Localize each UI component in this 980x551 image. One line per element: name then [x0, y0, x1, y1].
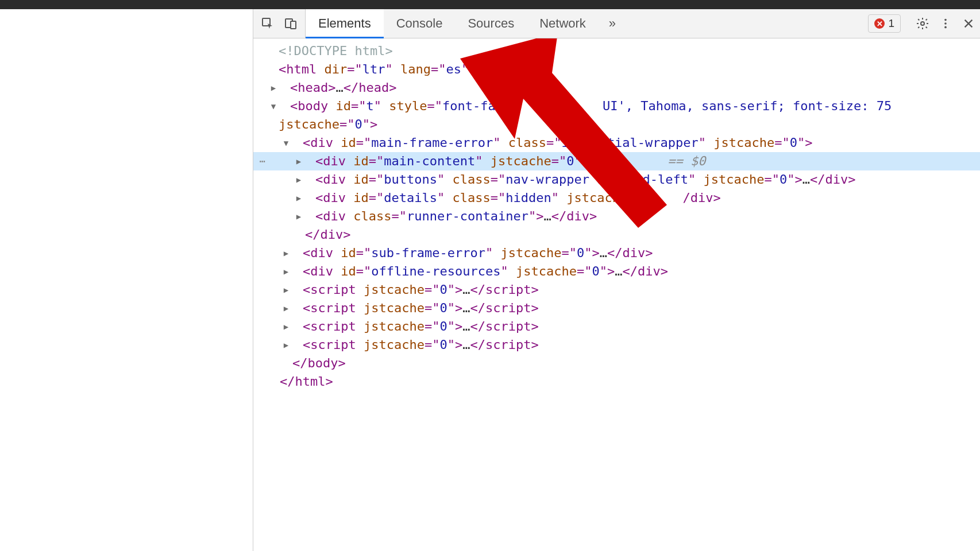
- settings-gear-icon[interactable]: [911, 12, 934, 35]
- inspect-element-icon[interactable]: [260, 16, 275, 31]
- svg-point-4: [944, 19, 947, 21]
- dom-row-sub-frame-error[interactable]: ▶ <div id="sub-frame-error" jstcache="0"…: [253, 244, 980, 262]
- dom-row-script[interactable]: ▶ <script jstcache="0">…</script>: [253, 317, 980, 336]
- devtools-panel: Elements Console Sources Network » ✕ 1: [253, 9, 980, 551]
- page-preview-pane: [0, 9, 253, 551]
- tab-label: Console: [396, 16, 443, 31]
- dom-row-main-content[interactable]: ⋯▶ <div id="main-content" jstcache="0">……: [253, 152, 980, 170]
- tab-network[interactable]: Network: [527, 9, 599, 38]
- dom-row-offline-resources[interactable]: ▶ <div id="offline-resources" jstcache="…: [253, 262, 980, 281]
- tab-sources[interactable]: Sources: [455, 9, 527, 38]
- error-icon: ✕: [874, 18, 885, 29]
- tab-elements[interactable]: Elements: [306, 9, 384, 38]
- dom-row-main-frame-error[interactable]: ▼ <div id="main-frame-error" class="inte…: [253, 134, 980, 152]
- tabs-overflow-icon[interactable]: »: [599, 9, 626, 38]
- dom-row-script[interactable]: ▶ <script jstcache="0">…</script>: [253, 281, 980, 299]
- svg-point-3: [921, 22, 924, 25]
- dom-row-script[interactable]: ▶ <script jstcache="0">…</script>: [253, 336, 980, 354]
- dom-row-buttons[interactable]: ▶ <div id="buttons" class="nav-wrapper s…: [253, 170, 980, 189]
- devtools-toolbar: Elements Console Sources Network » ✕ 1: [253, 9, 980, 38]
- error-count: 1: [888, 17, 894, 30]
- dom-row-html-close[interactable]: </html>: [253, 372, 980, 391]
- tab-label: Sources: [468, 16, 514, 31]
- dom-row-runner[interactable]: ▶ <div class="runner-container">…</div>: [253, 207, 980, 226]
- dom-row-details[interactable]: ▶ <div id="details" class="hidden" jstca…: [253, 189, 980, 207]
- tab-label: Network: [539, 16, 586, 31]
- dom-row-html[interactable]: <html dir="ltr" lang="es" clas: [253, 60, 980, 79]
- dom-row-doctype[interactable]: <!DOCTYPE html>: [253, 42, 980, 60]
- browser-chrome-strip: [0, 0, 980, 9]
- dom-row-body[interactable]: ▼ <body id="t" style="font-famil UI', Ta…: [253, 97, 980, 115]
- dom-row-div-close[interactable]: </div>: [253, 226, 980, 244]
- error-badge[interactable]: ✕ 1: [868, 14, 901, 33]
- svg-point-5: [944, 22, 947, 25]
- device-toggle-icon[interactable]: [283, 16, 298, 31]
- devtools-tabs: Elements Console Sources Network »: [306, 9, 626, 38]
- tab-console[interactable]: Console: [384, 9, 456, 38]
- dom-row-body-cont[interactable]: jstcache="0">: [253, 115, 980, 134]
- dom-tree[interactable]: <!DOCTYPE html> <html dir="ltr" lang="es…: [253, 38, 980, 551]
- dom-row-body-close[interactable]: </body>: [253, 354, 980, 372]
- kebab-menu-icon[interactable]: [934, 12, 957, 35]
- svg-point-6: [944, 26, 947, 29]
- dom-row-script[interactable]: ▶ <script jstcache="0">…</script>: [253, 299, 980, 317]
- close-icon[interactable]: [957, 12, 980, 35]
- dom-row-head[interactable]: ▶ <head>…</head>: [253, 79, 980, 97]
- tab-label: Elements: [318, 16, 371, 31]
- svg-rect-2: [291, 21, 296, 29]
